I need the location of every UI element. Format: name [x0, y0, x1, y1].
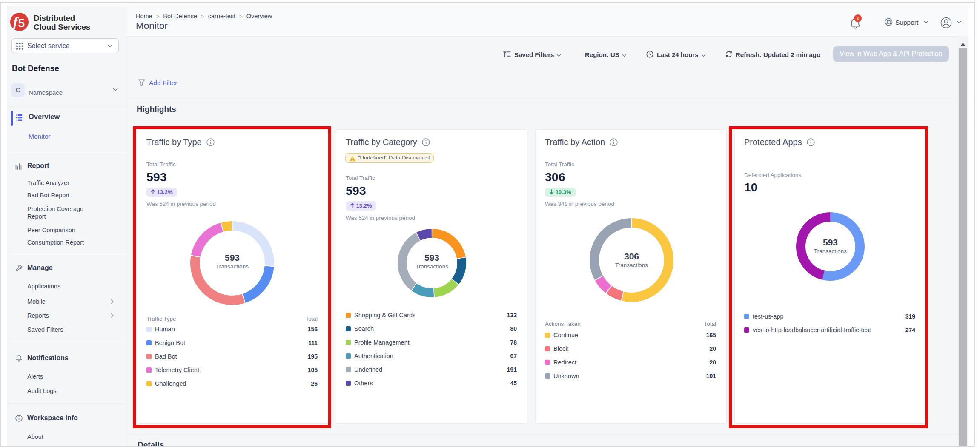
legend-header: Actions TakenTotal — [545, 321, 716, 327]
user-avatar-icon[interactable] — [940, 17, 952, 28]
sidebar-item-traffic-analyzer[interactable]: Traffic Analyzer — [27, 179, 99, 187]
chevron-down-icon — [107, 44, 112, 48]
legend-swatch — [545, 346, 550, 351]
region-dropdown[interactable]: Region: US — [585, 51, 619, 58]
breadcrumb-bot-defense[interactable]: Bot Defense — [163, 13, 197, 20]
refresh-status[interactable]: Refresh: Updated 2 min ago — [736, 51, 820, 58]
sidebar-section-notifications[interactable]: Notifications — [27, 354, 69, 362]
card-title: Traffic by Category — [346, 137, 430, 147]
legend-row: Undefined191 — [346, 363, 517, 376]
divider — [126, 434, 968, 434]
sidebar-item-applications[interactable]: Applications — [27, 282, 99, 290]
sidebar-item-overview[interactable]: Overview — [29, 113, 60, 121]
legend-row: Block20 — [545, 342, 716, 356]
legend-row: Challenged26 — [146, 377, 318, 390]
card-title: Traffic by Type — [146, 137, 215, 147]
sidebar-item-about[interactable]: About — [27, 433, 99, 441]
sidebar-item-peer-comparison[interactable]: Peer Comparison — [27, 226, 99, 234]
namespace-avatar[interactable]: C — [11, 83, 25, 97]
bell-icon — [15, 355, 23, 362]
legend-label: Redirect — [553, 359, 709, 366]
sidebar-item-protection-coverage-report[interactable]: Protection Coverage Report — [27, 205, 99, 220]
trend-down-arrow-icon — [549, 189, 554, 194]
legend-swatch — [346, 367, 351, 372]
main-area: Home>Bot Defense>carrie-test>Overview Mo… — [126, 6, 968, 447]
trend-badge: 10.3% — [545, 188, 576, 197]
support-menu[interactable]: Support — [895, 19, 918, 26]
breadcrumb-home[interactable]: Home — [136, 13, 152, 20]
breadcrumb-namespace[interactable]: carrie-test — [208, 13, 235, 20]
legend-value: 78 — [510, 339, 517, 346]
sidebar-item-monitor[interactable]: Monitor — [29, 133, 51, 140]
legend-swatch — [346, 353, 351, 359]
svg-text:5: 5 — [18, 17, 25, 30]
legend-row: Shopping & Gift Cards132 — [346, 308, 517, 322]
scrollbar-thumb[interactable] — [959, 48, 967, 446]
legend-row: ves-io-http-loadbalancer-artificial-traf… — [744, 323, 915, 337]
divider — [126, 122, 968, 122]
sidebar-section-manage[interactable]: Manage — [27, 264, 53, 272]
breadcrumb-separator: > — [156, 13, 160, 20]
sidebar-item-reports[interactable]: Reports — [27, 312, 99, 319]
wrench-icon — [15, 265, 23, 272]
select-service-label: Select service — [27, 42, 70, 50]
sidebar-section-workspace-info[interactable]: Workspace Info — [27, 414, 78, 422]
sidebar-item-alerts[interactable]: Alerts — [27, 373, 99, 380]
support-lifebuoy-icon — [885, 18, 893, 26]
warning-triangle-icon — [349, 156, 356, 162]
legend-label: Challenged — [155, 380, 311, 387]
legend-value: 26 — [311, 380, 318, 387]
select-service-dropdown[interactable]: Select service — [11, 38, 119, 53]
legend-swatch — [146, 340, 152, 345]
vertical-scrollbar[interactable] — [958, 36, 968, 446]
logo-wordmark: Distributed Cloud Services — [34, 14, 90, 31]
legend-row: Telemetry Client105 — [146, 363, 318, 377]
donut-center-label: 593 Transactions — [198, 253, 266, 270]
breadcrumb-overview[interactable]: Overview — [246, 13, 272, 20]
stat-label: Total Traffic — [346, 175, 375, 181]
chevron-down-icon — [556, 54, 561, 57]
view-in-waap-button[interactable]: View in Web App & API Protection — [833, 46, 949, 62]
sidebar-item-bad-bot-report[interactable]: Bad Bot Report — [27, 191, 99, 199]
chevron-down-icon — [622, 54, 627, 57]
sidebar-item-mobile[interactable]: Mobile — [27, 298, 99, 305]
donut-center-label: 593 Transactions — [398, 253, 466, 270]
app-window: f 5 Distributed Cloud Services Select se… — [7, 6, 968, 446]
legend-row: Bad Bot195 — [146, 350, 318, 363]
legend-swatch — [146, 354, 152, 359]
info-icon[interactable] — [807, 138, 815, 146]
sidebar-item-consumption-report[interactable]: Consumption Report — [27, 239, 99, 246]
info-icon[interactable] — [206, 138, 215, 146]
legend-swatch — [346, 340, 351, 345]
legend-value: 67 — [510, 353, 517, 359]
legend-label: test-us-app — [753, 313, 905, 320]
legend-swatch — [346, 381, 351, 386]
scroll-up-arrow-icon[interactable] — [960, 42, 966, 47]
active-nav-indicator — [11, 111, 13, 126]
chevron-down-icon — [957, 20, 962, 24]
breadcrumb-separator: > — [239, 13, 243, 20]
chevron-down-icon[interactable] — [113, 88, 118, 91]
legend-row: Search80 — [346, 322, 517, 336]
saved-filters-dropdown[interactable]: Saved Filters — [514, 51, 554, 58]
legend-label: Authentication — [354, 353, 510, 359]
refresh-icon[interactable] — [725, 51, 733, 58]
divider — [7, 253, 126, 253]
trend-badge: 13.2% — [146, 188, 177, 197]
info-icon[interactable] — [610, 138, 618, 146]
legend-label: Telemetry Client — [155, 367, 308, 373]
stat-label: Total Traffic — [545, 161, 574, 168]
undefined-data-warning: "Undefined" Data Discovered — [345, 153, 434, 163]
sidebar-item-audit-logs[interactable]: Audit Logs — [27, 387, 99, 395]
time-range-dropdown[interactable]: Last 24 hours — [657, 51, 699, 58]
chevron-down-icon — [923, 20, 928, 24]
sidebar-item-saved-filters[interactable]: Saved Filters — [27, 326, 99, 333]
legend: Continue165Block20Redirect20Unknown101 — [545, 328, 716, 383]
add-filter-button[interactable]: Add Filter — [138, 78, 223, 88]
legend-label: ves-io-http-loadbalancer-artificial-traf… — [753, 327, 905, 333]
chevron-right-icon — [111, 299, 114, 304]
info-icon[interactable] — [422, 138, 430, 146]
sidebar-section-report[interactable]: Report — [27, 162, 49, 170]
legend-row: test-us-app319 — [744, 310, 915, 323]
trend-badge: 13.2% — [346, 201, 376, 211]
